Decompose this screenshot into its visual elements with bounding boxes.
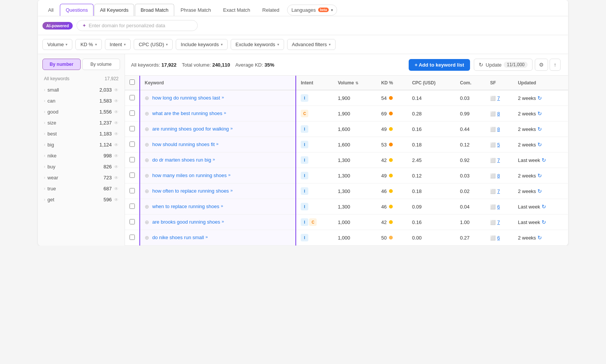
chevron-down-icon: ▾ — [277, 42, 279, 47]
sf-value[interactable]: 8 — [497, 111, 500, 117]
tab-broad-match[interactable]: Broad Match — [135, 4, 174, 16]
row-checkbox[interactable] — [130, 142, 135, 147]
eye-icon[interactable]: 👁 — [114, 186, 119, 191]
serp-icon[interactable]: ⬜ — [490, 142, 496, 148]
add-keyword-icon: ⊕ — [145, 95, 149, 101]
sidebar-item[interactable]: › big 1,124 👁 — [38, 139, 125, 150]
keyword-link[interactable]: ⊕ what are the best running shoes » — [145, 110, 291, 117]
filter-cpc[interactable]: CPC (USD) ▾ — [134, 39, 173, 50]
refresh-icon[interactable]: ↻ — [542, 219, 546, 225]
by-number-button[interactable]: By number — [42, 59, 81, 70]
row-checkbox[interactable] — [130, 157, 135, 162]
sf-value[interactable]: 7 — [497, 188, 500, 194]
eye-icon[interactable]: 👁 — [114, 153, 119, 159]
filter-intent[interactable]: Intent ▾ — [105, 39, 131, 50]
tab-questions[interactable]: Questions — [60, 4, 94, 16]
sidebar-item[interactable]: › nike 998 👁 — [38, 150, 125, 161]
refresh-icon[interactable]: ↻ — [537, 95, 542, 101]
keyword-link[interactable]: ⊕ do dr marten shoes run big » — [145, 157, 291, 163]
export-button[interactable]: ↑ — [550, 59, 561, 71]
serp-icon[interactable]: ⬜ — [490, 235, 496, 241]
tab-related[interactable]: Related — [257, 4, 285, 16]
tab-all[interactable]: All — [42, 4, 59, 16]
refresh-icon[interactable]: ↻ — [542, 204, 546, 210]
tab-phrase-match[interactable]: Phrase Match — [175, 4, 217, 16]
row-checkbox[interactable] — [130, 235, 135, 240]
filter-exclude[interactable]: Exclude keywords ▾ — [231, 39, 284, 50]
add-to-keyword-list-button[interactable]: + Add to keyword list — [409, 59, 470, 71]
filter-advanced[interactable]: Advanced filters ▾ — [287, 39, 336, 50]
refresh-icon[interactable]: ↻ — [542, 157, 546, 163]
sidebar-item[interactable]: › can 1,583 👁 — [38, 95, 125, 106]
sidebar-item[interactable]: › true 687 👁 — [38, 183, 125, 194]
settings-button[interactable]: ⚙ — [535, 59, 548, 71]
row-checkbox[interactable] — [130, 204, 135, 209]
tab-languages[interactable]: Languages beta ▾ — [287, 5, 337, 16]
volume-column-header[interactable]: Volume ⇅ — [333, 76, 377, 90]
row-checkbox[interactable] — [130, 219, 135, 224]
sidebar-item[interactable]: › good 1,556 👁 — [38, 106, 125, 117]
sf-value[interactable]: 7 — [497, 95, 500, 101]
refresh-icon[interactable]: ↻ — [537, 142, 542, 148]
select-all-checkbox[interactable] — [130, 79, 135, 85]
keyword-link[interactable]: ⊕ when to replace running shoes » — [145, 204, 291, 210]
sf-value[interactable]: 6 — [497, 235, 500, 241]
refresh-icon[interactable]: ↻ — [537, 173, 542, 179]
row-checkbox[interactable] — [130, 110, 135, 116]
sf-value[interactable]: 6 — [497, 204, 500, 210]
refresh-icon[interactable]: ↻ — [537, 110, 542, 117]
update-button[interactable]: ↻ Update 11/1,000 — [474, 59, 533, 71]
sidebar-item[interactable]: › get 596 👁 — [38, 194, 125, 205]
domain-input[interactable]: ✦ Enter domain for personalized data — [77, 20, 198, 31]
serp-icon[interactable]: ⬜ — [490, 127, 496, 132]
tab-exact-match[interactable]: Exact Match — [217, 4, 256, 16]
serp-icon[interactable]: ⬜ — [490, 96, 496, 101]
row-checkbox[interactable] — [130, 126, 135, 131]
sf-value[interactable]: 7 — [497, 157, 500, 163]
sidebar-item[interactable]: › small 2,033 👁 — [38, 84, 125, 95]
serp-icon[interactable]: ⬜ — [490, 220, 496, 225]
sf-value[interactable]: 7 — [497, 219, 500, 225]
eye-icon[interactable]: 👁 — [114, 120, 119, 126]
row-checkbox[interactable] — [130, 95, 135, 100]
sf-value[interactable]: 8 — [497, 126, 500, 132]
eye-icon[interactable]: 👁 — [114, 175, 119, 180]
keyword-link[interactable]: ⊕ how should running shoes fit » — [145, 142, 291, 148]
sidebar-item-label: buy — [47, 164, 55, 170]
filter-volume[interactable]: Volume ▾ — [42, 39, 72, 50]
serp-icon[interactable]: ⬜ — [490, 111, 496, 117]
serp-icon[interactable]: ⬜ — [490, 189, 496, 194]
eye-icon[interactable]: 👁 — [114, 87, 119, 93]
by-volume-button[interactable]: By volume — [82, 59, 120, 70]
refresh-icon[interactable]: ↻ — [537, 235, 542, 241]
sidebar-item[interactable]: › size 1,237 👁 — [38, 117, 125, 128]
serp-icon[interactable]: ⬜ — [490, 173, 496, 179]
eye-icon[interactable]: 👁 — [114, 98, 119, 104]
keyword-link[interactable]: ⊕ do nike shoes run small » — [145, 235, 291, 241]
sf-value[interactable]: 5 — [497, 142, 500, 148]
intent-cell: C — [296, 106, 333, 121]
serp-icon[interactable]: ⬜ — [490, 204, 496, 210]
eye-icon[interactable]: 👁 — [114, 164, 119, 170]
serp-icon[interactable]: ⬜ — [490, 158, 496, 163]
tab-all-keywords[interactable]: All Keywords — [94, 4, 134, 16]
eye-icon[interactable]: 👁 — [114, 131, 119, 137]
keyword-link[interactable]: ⊕ how long do running shoes last » — [145, 95, 291, 101]
eye-icon[interactable]: 👁 — [114, 142, 119, 148]
row-checkbox[interactable] — [130, 188, 135, 193]
filter-kd[interactable]: KD % ▾ — [75, 39, 102, 50]
eye-icon[interactable]: 👁 — [114, 197, 119, 202]
keyword-link[interactable]: ⊕ are running shoes good for walking » — [145, 126, 291, 132]
sidebar-item[interactable]: › wear 723 👁 — [38, 172, 125, 183]
eye-icon[interactable]: 👁 — [114, 109, 119, 115]
sidebar-item[interactable]: › buy 826 👁 — [38, 161, 125, 172]
row-checkbox[interactable] — [130, 173, 135, 178]
filter-include[interactable]: Include keywords ▾ — [176, 39, 227, 50]
keyword-link[interactable]: ⊕ are brooks good running shoes » — [145, 219, 291, 225]
sf-value[interactable]: 8 — [497, 173, 500, 179]
keyword-link[interactable]: ⊕ how often to replace running shoes » — [145, 188, 291, 194]
sidebar-item[interactable]: › best 1,183 👁 — [38, 128, 125, 139]
keyword-link[interactable]: ⊕ how many miles on running shoes » — [145, 173, 291, 179]
refresh-icon[interactable]: ↻ — [537, 126, 542, 132]
refresh-icon[interactable]: ↻ — [537, 188, 542, 194]
